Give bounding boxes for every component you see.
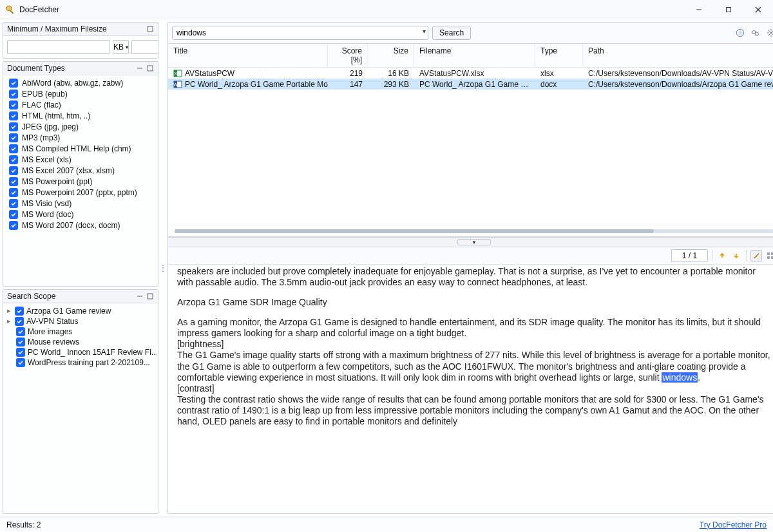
result-score: 219 <box>328 69 368 78</box>
preview-pane[interactable]: speakers are included but prove complete… <box>168 265 773 513</box>
checkbox-icon[interactable] <box>16 327 25 336</box>
help-icon[interactable]: ? <box>735 28 745 38</box>
checkbox-icon[interactable] <box>9 79 18 88</box>
preview-text: speakers are included but prove complete… <box>177 266 771 288</box>
doctype-item[interactable]: MP3 (mp3) <box>5 132 156 143</box>
result-row[interactable]: XAVStatusPCW21916 KBAVStatusPCW.xlsxxlsx… <box>168 68 773 79</box>
col-score[interactable]: Score [%] <box>328 44 368 67</box>
search-highlight: windows <box>662 372 698 383</box>
doctype-item[interactable]: EPUB (epub) <box>5 88 156 99</box>
doctype-item[interactable]: MS Excel 2007 (xlsx, xlsm) <box>5 165 156 176</box>
scope-label: Arzopa G1 Game review <box>26 307 111 316</box>
filesize-header: Minimum / Maximum Filesize <box>7 24 144 33</box>
scope-label: PC World_ Innocn 15A1F Review Fl... <box>28 348 157 357</box>
checkbox-icon[interactable] <box>16 358 25 367</box>
checkbox-icon[interactable] <box>16 337 25 347</box>
doctype-item[interactable]: HTML (html, htm, ..) <box>5 110 156 121</box>
result-size: 16 KB <box>368 69 414 78</box>
page-indicator: 1 / 1 <box>671 249 708 262</box>
doctype-item[interactable]: MS Word 2007 (docx, docm) <box>5 220 156 231</box>
checkbox-icon[interactable] <box>9 210 18 219</box>
results-h-scrollbar[interactable] <box>168 225 773 236</box>
svg-text:?: ? <box>739 30 742 36</box>
expand-icon[interactable]: ▸ <box>6 317 12 325</box>
search-bar: ▾ Search ? <box>168 23 773 44</box>
scope-header: Search Scope <box>7 292 133 301</box>
minimize-button[interactable] <box>684 0 714 19</box>
checkbox-icon[interactable] <box>9 133 18 142</box>
checkbox-icon[interactable] <box>9 155 18 164</box>
checkbox-icon[interactable] <box>15 317 24 326</box>
result-score: 147 <box>328 80 368 89</box>
scope-item[interactable]: ▸AV-VPN Status <box>5 316 157 327</box>
max-filesize-input[interactable] <box>131 40 158 54</box>
checkbox-icon[interactable] <box>9 221 18 230</box>
result-filename: PC World_ Arzopa G1 Game Porta... <box>414 80 535 89</box>
doctype-item[interactable]: MS Word (doc) <box>5 209 156 220</box>
checkbox-icon[interactable] <box>9 122 18 131</box>
search-input[interactable] <box>172 26 428 40</box>
col-path[interactable]: Path <box>583 44 773 67</box>
min-filesize-input[interactable] <box>7 40 110 54</box>
scope-item[interactable]: WordPress training part 2-202109... <box>5 357 157 368</box>
doctype-label: MS Word 2007 (docx, docm) <box>22 221 120 230</box>
next-match-icon[interactable] <box>730 250 742 261</box>
checkbox-icon[interactable] <box>9 188 18 197</box>
svg-rect-3 <box>148 26 153 32</box>
doctype-item[interactable]: MS Excel (xls) <box>5 154 156 165</box>
preferences-icon[interactable] <box>750 28 761 38</box>
panel-restore-icon[interactable] <box>146 292 154 300</box>
doctype-item[interactable]: MS Powerpoint 2007 (pptx, pptm) <box>5 187 156 198</box>
panel-minimize-icon[interactable] <box>136 292 144 300</box>
prev-match-icon[interactable] <box>716 250 728 261</box>
checkbox-icon[interactable] <box>15 307 24 316</box>
doctype-item[interactable]: MS Compiled HTML Help (chm) <box>5 143 156 154</box>
file-icon: W <box>173 80 182 89</box>
layout-toggle-icon[interactable] <box>765 250 773 261</box>
col-type[interactable]: Type <box>535 44 583 67</box>
scope-item[interactable]: ▸Arzopa G1 Game review <box>5 306 157 316</box>
doctype-item[interactable]: AbiWord (abw, abw.gz, zabw) <box>5 77 156 88</box>
vertical-splitter[interactable]: ⋮ <box>161 22 165 514</box>
col-title[interactable]: Title <box>168 44 328 67</box>
close-button[interactable] <box>743 0 773 19</box>
doctype-item[interactable]: JPEG (jpg, jpeg) <box>5 121 156 132</box>
col-size[interactable]: Size <box>368 44 414 67</box>
checkbox-icon[interactable] <box>9 111 18 120</box>
scope-item[interactable]: More images <box>5 327 157 337</box>
col-filename[interactable]: Filename <box>414 44 535 67</box>
checkbox-icon[interactable] <box>9 144 18 153</box>
checkbox-icon[interactable] <box>16 348 25 357</box>
checkbox-icon[interactable] <box>9 166 18 175</box>
minimize-to-tray-icon[interactable] <box>766 28 773 38</box>
preview-collapse-toggle[interactable]: ▼ <box>168 237 773 247</box>
scope-item[interactable]: PC World_ Innocn 15A1F Review Fl... <box>5 347 157 357</box>
panel-restore-icon[interactable] <box>146 64 154 72</box>
checkbox-icon[interactable] <box>9 177 18 186</box>
scope-label: AV-VPN Status <box>26 317 78 326</box>
result-type: docx <box>535 80 583 89</box>
doctype-label: MS Excel 2007 (xlsx, xlsm) <box>22 166 115 175</box>
checkbox-icon[interactable] <box>9 90 18 99</box>
preview-heading: Arzopa G1 Game SDR Image Quality <box>177 297 771 308</box>
highlight-toggle-icon[interactable] <box>750 250 762 261</box>
doctype-label: MS Powerpoint (ppt) <box>22 177 92 186</box>
panel-minimize-icon[interactable] <box>136 64 144 72</box>
doctype-item[interactable]: MS Visio (vsd) <box>5 198 156 209</box>
maximize-button[interactable] <box>714 0 743 19</box>
file-icon: X <box>173 69 182 78</box>
result-row[interactable]: WPC World_ Arzopa G1 Game Portable Mo...… <box>168 79 773 90</box>
doctype-label: HTML (html, htm, ..) <box>22 111 90 120</box>
min-filesize-unit[interactable]: KB▾ <box>113 40 129 54</box>
search-button[interactable]: Search <box>432 26 471 40</box>
pro-link[interactable]: Try DocFetcher Pro <box>700 520 767 529</box>
doctype-item[interactable]: FLAC (flac) <box>5 99 156 110</box>
checkbox-icon[interactable] <box>9 199 18 208</box>
panel-restore-icon[interactable] <box>146 25 154 33</box>
doctype-item[interactable]: MS Powerpoint (ppt) <box>5 176 156 187</box>
expand-icon[interactable]: ▸ <box>6 307 12 315</box>
checkbox-icon[interactable] <box>9 100 18 109</box>
scope-label: Mouse reviews <box>28 337 79 347</box>
scope-item[interactable]: Mouse reviews <box>5 337 157 347</box>
search-scope-panel: Search Scope ▸Arzopa G1 Game review▸AV-V… <box>3 289 158 515</box>
